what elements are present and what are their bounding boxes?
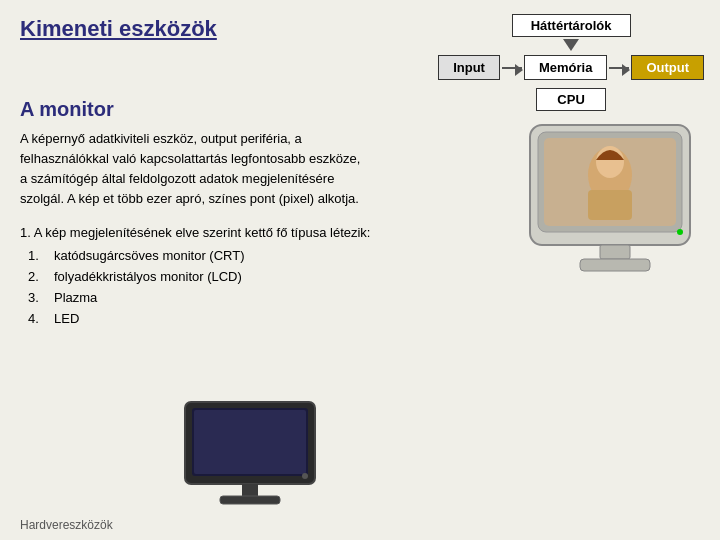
list-text: folyadékkristályos monitor (LCD) — [54, 269, 242, 284]
input-box: Input — [438, 55, 500, 80]
list-text: LED — [54, 311, 79, 326]
arrow-right-2 — [609, 67, 629, 69]
svg-rect-12 — [242, 484, 258, 496]
output-box: Output — [631, 55, 704, 80]
list-num: 4. — [28, 311, 46, 326]
arrow-right-1 — [502, 67, 522, 69]
diagram: Háttértárolók Input Memória Output CPU — [438, 14, 704, 111]
svg-rect-6 — [600, 245, 630, 259]
hattartarolok-box: Háttértárolók — [512, 14, 631, 37]
list-num: 1. — [28, 248, 46, 263]
list-intro: 1. A kép megjelenítésének elve szerint k… — [20, 224, 440, 242]
cpu-box: CPU — [536, 88, 606, 111]
list-item: 3.Plazma — [28, 290, 440, 305]
list-text: katódsugárcsöves monitor (CRT) — [54, 248, 245, 263]
lcd-monitor-image — [180, 398, 320, 508]
arrow-down-1 — [563, 39, 579, 51]
main-description: A képernyő adatkiviteli eszköz, output p… — [20, 129, 370, 210]
memoria-box: Memória — [524, 55, 607, 80]
list-num: 3. — [28, 290, 46, 305]
list-text: Plazma — [54, 290, 97, 305]
svg-point-14 — [302, 473, 308, 479]
list-item: 1.katódsugárcsöves monitor (CRT) — [28, 248, 440, 263]
crt-monitor-image — [520, 120, 710, 280]
svg-rect-7 — [580, 259, 650, 271]
page: Kimeneti eszközök Háttértárolók Input Me… — [0, 0, 720, 540]
list-items: 1.katódsugárcsöves monitor (CRT)2.folyad… — [28, 248, 440, 326]
footer-text: Hardvereszközök — [20, 518, 113, 532]
svg-rect-5 — [588, 190, 632, 220]
svg-rect-13 — [220, 496, 280, 504]
page-title: Kimeneti eszközök — [20, 16, 217, 42]
list-item: 4.LED — [28, 311, 440, 326]
list-num: 2. — [28, 269, 46, 284]
svg-rect-11 — [194, 410, 306, 474]
list-section: 1. A kép megjelenítésének elve szerint k… — [20, 224, 440, 326]
diagram-row: Input Memória Output — [438, 55, 704, 80]
list-item: 2.folyadékkristályos monitor (LCD) — [28, 269, 440, 284]
svg-point-8 — [677, 229, 683, 235]
